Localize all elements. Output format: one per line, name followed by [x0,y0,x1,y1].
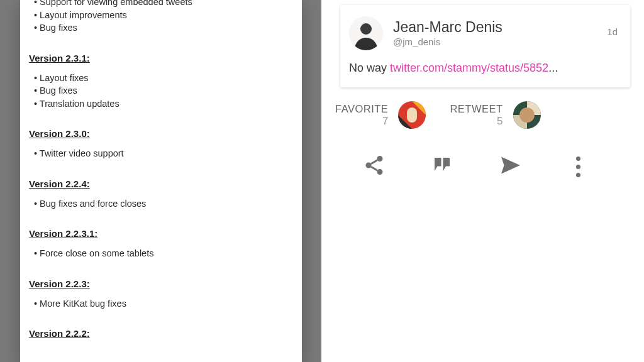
changelog-backdrop: • Support for viewing embedded tweets• L… [0,0,321,362]
favorite-count: 7 [335,115,388,128]
changelog-item: • Bug fixes [34,85,293,97]
tweet-body: No way twitter.com/stammy/status/5852... [349,62,619,75]
favorite-stat[interactable]: FAVORITE 7 [335,101,426,129]
changelog-item: • More KitKat bug fixes [34,298,293,310]
tweet-detail-pane: Jean-Marc Denis @jm_denis 1d No way twit… [321,0,644,362]
quote-icon [431,154,453,179]
favorite-label: FAVORITE [335,103,388,115]
author-handle[interactable]: @jm_denis [393,36,502,47]
tweet-timestamp: 1d [607,26,618,37]
changelog-item: • Bug fixes [34,22,293,34]
tweet-link[interactable]: twitter.com/stammy/status/5852 [390,62,548,74]
quote-button[interactable] [423,148,461,185]
changelog-version-heading: Version 2.3.1: [29,53,293,63]
tweet-action-bar [340,148,613,185]
overflow-icon [576,156,580,177]
changelog-version-heading: Version 2.2.4: [29,178,293,189]
retweet-stat[interactable]: RETWEET 5 [450,101,540,129]
svg-point-9 [366,163,372,168]
share-icon [363,154,386,179]
changelog-version-heading: Version 2.2.3: [29,278,293,289]
send-button[interactable] [492,148,530,185]
author-name[interactable]: Jean-Marc Denis [393,19,502,35]
tweet-text-suffix: ... [548,62,558,74]
tweet-text: No way [349,62,390,74]
svg-point-8 [377,156,383,162]
changelog-item: • Layout improvements [34,9,293,21]
svg-point-10 [377,169,383,175]
changelog-version-heading: Version 2.3.0: [29,128,293,139]
changelog-dialog[interactable]: • Support for viewing embedded tweets• L… [20,0,302,362]
changelog-item: • Translation updates [34,98,293,110]
changelog-version-heading: Version 2.2.3.1: [29,228,293,239]
changelog-version-heading: Version 2.2.2: [29,328,293,339]
changelog-item: • Force close on some tablets [34,248,293,260]
svg-point-1 [360,23,372,35]
send-icon [499,154,522,179]
svg-rect-3 [407,107,417,123]
tweet-stats-row: FAVORITE 7 RETWEET 5 [335,101,638,129]
share-button[interactable] [355,148,393,185]
changelog-item: • Bug fixes and force closes [34,198,293,210]
changelog-item: • Layout fixes [34,72,293,84]
svg-point-7 [519,107,535,123]
retweet-count: 5 [450,115,502,128]
favorite-user-avatar[interactable] [398,101,426,129]
tweet-card[interactable]: Jean-Marc Denis @jm_denis 1d No way twit… [340,5,630,87]
overflow-button[interactable] [560,148,597,185]
changelog-item: • Twitter video support [34,148,293,160]
changelog-item: • Support for viewing embedded tweets [34,0,293,8]
retweet-label: RETWEET [450,103,502,115]
author-avatar[interactable] [349,16,383,50]
retweet-user-avatar[interactable] [513,101,541,129]
